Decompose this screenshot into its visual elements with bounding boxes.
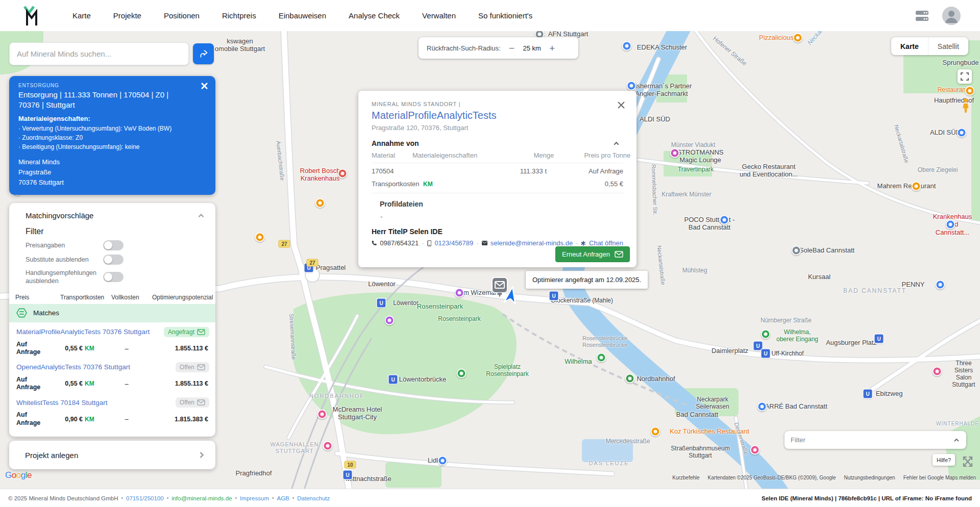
- radius-decrease-button[interactable]: −: [506, 43, 518, 53]
- map-poi-marker[interactable]: [761, 329, 771, 339]
- match-status-badge[interactable]: Offen: [176, 397, 209, 408]
- map-poi-marker[interactable]: [933, 367, 942, 376]
- chevron-up-icon[interactable]: [612, 140, 620, 147]
- footer-link[interactable]: info@mineral-minds.de: [172, 495, 232, 501]
- footer-link[interactable]: © 2025 Mineral Minds Deutschland GmbH: [8, 495, 118, 501]
- request-again-button[interactable]: Erneut Anfragen: [555, 246, 630, 262]
- nav-item[interactable]: So funktioniert's: [478, 11, 532, 20]
- footer-link[interactable]: 07151/250100: [126, 495, 164, 501]
- map-poi-marker[interactable]: [315, 198, 325, 208]
- user-avatar[interactable]: [942, 7, 961, 25]
- map-poi-marker[interactable]: [936, 280, 945, 290]
- ubahn-stop-icon[interactable]: U: [864, 390, 872, 398]
- matches-column-headers: Preis Transportkosten Vollkosten Optimie…: [9, 287, 215, 304]
- nav-item[interactable]: Karte: [72, 11, 91, 20]
- radius-increase-button[interactable]: +: [546, 43, 558, 53]
- footer-link[interactable]: AGB: [277, 495, 289, 501]
- map-poi-marker[interactable]: [438, 456, 448, 466]
- map-poi-marker[interactable]: [323, 441, 333, 451]
- disposal-close-button[interactable]: [200, 81, 209, 92]
- toggle-label: Preisangaben: [26, 241, 103, 249]
- filter-toggle-row: Preisangaben: [9, 237, 215, 251]
- footer-link[interactable]: Impressum: [240, 495, 269, 501]
- ubahn-stop-icon[interactable]: U: [762, 349, 770, 358]
- map-poi-marker[interactable]: [670, 148, 680, 158]
- directions-button[interactable]: [193, 43, 214, 64]
- report-error-link[interactable]: Fehler bei Google Maps melden: [903, 475, 976, 480]
- open-chat-link[interactable]: Chat öffnen: [589, 239, 623, 247]
- map-type-satellit[interactable]: Satellit: [928, 37, 968, 55]
- map-poi-marker[interactable]: [622, 41, 632, 51]
- footer-link[interactable]: Datenschutz: [297, 495, 330, 501]
- toggle-switch[interactable]: [103, 240, 124, 250]
- col-menge: Menge: [477, 151, 554, 159]
- map-poi-marker[interactable]: [946, 220, 955, 230]
- shortcuts-link[interactable]: Kurzbefehle: [672, 475, 699, 480]
- map-poi-marker[interactable]: [750, 445, 760, 455]
- map-poi-marker[interactable]: [457, 369, 467, 378]
- map-poi-marker[interactable]: [912, 182, 921, 191]
- map-poi-marker[interactable]: [720, 215, 729, 225]
- material-properties-heading: Materialeigenschaften:: [18, 115, 206, 122]
- terms-link[interactable]: Nutzungsbedingungen: [844, 475, 895, 480]
- map-poi-marker[interactable]: [957, 128, 967, 138]
- contact-email-link[interactable]: selenide@mineral-minds.de: [491, 239, 573, 247]
- create-project-button[interactable]: Projekt anlegen: [9, 441, 215, 469]
- map-poi-marker[interactable]: [455, 288, 464, 298]
- matches-list: MaterialProfileAnalyticTests 70376 Stutt…: [9, 322, 215, 428]
- nav-item[interactable]: Projekte: [113, 11, 141, 20]
- map-poi-marker[interactable]: [757, 402, 767, 412]
- match-name-link[interactable]: OpenedAnalyticTests 70376 Stuttgart: [16, 363, 130, 371]
- ubahn-stop-icon[interactable]: U: [875, 335, 884, 343]
- map-poi-marker[interactable]: [597, 353, 606, 363]
- match-status-badge[interactable]: Offen: [176, 362, 209, 372]
- match-name-link[interactable]: MaterialProfileAnalyticTests 70376 Stutt…: [16, 328, 150, 336]
- km-tag: KM: [85, 416, 94, 423]
- ubahn-stop-icon[interactable]: U: [389, 375, 398, 384]
- u-glyph: U: [877, 336, 880, 342]
- help-button[interactable]: Hilfe?: [933, 454, 955, 466]
- popup-close-button[interactable]: [615, 99, 627, 113]
- map-poi-marker[interactable]: [627, 81, 636, 91]
- nav-item[interactable]: Positionen: [164, 11, 200, 20]
- nav-item[interactable]: Analyse Check: [349, 11, 400, 20]
- mineral-minds-logo[interactable]: [22, 5, 41, 27]
- nav-item[interactable]: Einbauweisen: [279, 11, 326, 20]
- nav-item[interactable]: Verwalten: [422, 11, 456, 20]
- chevron-up-icon[interactable]: [197, 212, 205, 220]
- matching-panel-title: Matchingvorschläge: [26, 211, 93, 220]
- radius-label: Rückfracht-Such-Radius:: [427, 44, 501, 52]
- toggle-switch[interactable]: [103, 255, 124, 265]
- toggle-switch[interactable]: [103, 272, 124, 282]
- map-poi-marker[interactable]: [792, 246, 801, 256]
- map-filter-input[interactable]: [785, 436, 953, 444]
- ubahn-stop-icon[interactable]: U: [344, 471, 352, 479]
- server-list-icon[interactable]: [915, 10, 929, 21]
- search-input[interactable]: [9, 42, 189, 65]
- u-glyph: U: [552, 293, 555, 299]
- map-poi-marker[interactable]: [793, 33, 803, 43]
- map-poi-marker[interactable]: [385, 316, 395, 325]
- ubahn-stop-icon[interactable]: U: [305, 264, 313, 272]
- fullscreen-button[interactable]: [958, 69, 972, 84]
- contact-mobile-link[interactable]: 0123/456789: [434, 239, 473, 247]
- ubahn-stop-icon[interactable]: U: [550, 292, 558, 300]
- match-name-link[interactable]: WhitelistTests 70184 Stuttgart: [16, 399, 108, 407]
- ubahn-stop-icon[interactable]: U: [377, 299, 386, 308]
- map-poi-marker[interactable]: [338, 169, 348, 179]
- chevron-up-icon[interactable]: [953, 437, 960, 444]
- map-poi-marker[interactable]: [625, 374, 635, 384]
- ubahn-stop-icon[interactable]: U: [754, 342, 763, 350]
- nav-item[interactable]: Richtpreis: [222, 11, 256, 20]
- material-row: 170504 111.333 t Auf Anfrage: [372, 163, 623, 179]
- map-poi-marker[interactable]: [651, 427, 660, 437]
- map-poi-marker[interactable]: [255, 233, 265, 242]
- match-status-badge[interactable]: Angefragt: [164, 327, 209, 337]
- map-type-karte[interactable]: Karte: [891, 37, 928, 55]
- map-poi-marker[interactable]: [965, 86, 975, 96]
- pegman-icon[interactable]: [961, 98, 971, 115]
- popup-title-link[interactable]: MaterialProfileAnalyticTests: [372, 110, 623, 121]
- col-preis: Preis: [15, 294, 60, 301]
- map-poi-marker[interactable]: [317, 410, 327, 419]
- pan-arrows-icon[interactable]: [961, 453, 974, 471]
